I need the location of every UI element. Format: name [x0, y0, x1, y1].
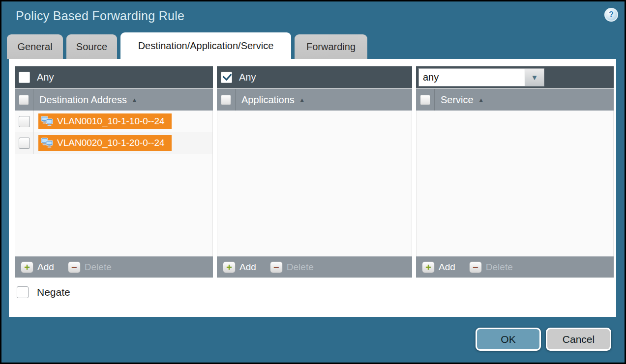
- applications-toolbar: + Add − Delete: [217, 256, 412, 278]
- address-group-icon: [41, 116, 54, 127]
- tab-bar: General Source Destination/Application/S…: [7, 32, 371, 59]
- help-icon[interactable]: ?: [604, 8, 618, 22]
- row-checkbox[interactable]: [19, 116, 30, 127]
- tab-destination-application-service[interactable]: Destination/Application/Service: [120, 32, 291, 59]
- service-list: [416, 111, 614, 256]
- service-toolbar: + Add − Delete: [416, 256, 614, 278]
- applications-any-checkbox[interactable]: [221, 72, 232, 83]
- service-select-all-checkbox[interactable]: [420, 95, 430, 105]
- page-title: Policy Based Forwarding Rule: [16, 9, 184, 23]
- service-dropdown-value[interactable]: any: [418, 68, 525, 86]
- dropdown-button[interactable]: ▼: [525, 68, 544, 86]
- add-button[interactable]: + Add: [422, 261, 455, 273]
- sort-asc-icon[interactable]: ▲: [478, 96, 484, 104]
- sort-asc-icon[interactable]: ▲: [299, 96, 305, 104]
- delete-button[interactable]: − Delete: [270, 261, 314, 273]
- applications-list: [217, 111, 412, 256]
- destination-column-header: Destination Address ▲: [15, 88, 213, 111]
- applications-panel: Any Applications ▲ + Add − Delete: [217, 66, 412, 278]
- applications-column-header: Applications ▲: [217, 88, 412, 111]
- address-chip[interactable]: VLAN0020_10-1-20-0--24: [38, 135, 172, 151]
- row-checkbox[interactable]: [19, 138, 30, 149]
- delete-icon: −: [270, 261, 283, 273]
- cancel-button[interactable]: Cancel: [546, 328, 611, 351]
- destination-any-header: Any: [15, 66, 213, 88]
- address-group-icon: [41, 138, 54, 148]
- destination-column-label[interactable]: Destination Address: [39, 94, 127, 106]
- applications-any-label: Any: [239, 72, 256, 83]
- help-glyph: ?: [609, 10, 614, 19]
- tab-source[interactable]: Source: [66, 34, 117, 59]
- add-label: Add: [239, 262, 256, 273]
- add-button[interactable]: + Add: [223, 261, 256, 273]
- destination-any-label: Any: [37, 72, 54, 83]
- delete-label: Delete: [486, 262, 513, 273]
- sort-asc-icon[interactable]: ▲: [131, 96, 138, 104]
- destination-list: VLAN0010_10-1-10-0--24: [15, 111, 213, 256]
- delete-button[interactable]: − Delete: [68, 261, 112, 273]
- table-row[interactable]: VLAN0020_10-1-20-0--24: [15, 132, 212, 154]
- negate-row: Negate: [17, 286, 70, 298]
- service-panel: any ▼ Service ▲ + Add: [416, 66, 614, 278]
- service-column-label[interactable]: Service: [441, 94, 474, 106]
- service-column-header: Service ▲: [416, 88, 614, 111]
- applications-select-all-checkbox[interactable]: [221, 95, 231, 105]
- dialog-frame: Policy Based Forwarding Rule ? General S…: [0, 0, 626, 364]
- address-name: VLAN0010_10-1-10-0--24: [57, 116, 165, 127]
- table-row[interactable]: VLAN0010_10-1-10-0--24: [15, 111, 212, 132]
- destination-select-all-checkbox[interactable]: [19, 95, 29, 105]
- destination-address-panel: Any Destination Address ▲: [15, 66, 213, 278]
- delete-label: Delete: [287, 262, 314, 273]
- address-name: VLAN0020_10-1-20-0--24: [57, 138, 165, 148]
- add-icon: +: [223, 261, 236, 273]
- destination-any-checkbox[interactable]: [19, 72, 30, 83]
- delete-icon: −: [469, 261, 482, 273]
- add-icon: +: [422, 261, 435, 273]
- delete-icon: −: [68, 261, 81, 273]
- delete-label: Delete: [85, 262, 112, 273]
- tab-general[interactable]: General: [7, 34, 63, 59]
- ok-button[interactable]: OK: [476, 328, 541, 351]
- tab-content: Any Destination Address ▲: [9, 59, 616, 317]
- add-button[interactable]: + Add: [21, 261, 54, 273]
- negate-checkbox[interactable]: [17, 286, 29, 298]
- add-icon: +: [21, 261, 33, 273]
- add-label: Add: [439, 262, 455, 273]
- address-chip[interactable]: VLAN0010_10-1-10-0--24: [38, 113, 172, 129]
- chevron-down-icon: ▼: [531, 73, 538, 82]
- add-label: Add: [37, 262, 54, 273]
- destination-toolbar: + Add − Delete: [15, 256, 213, 278]
- applications-any-header: Any: [217, 66, 412, 88]
- tab-forwarding[interactable]: Forwarding: [295, 34, 367, 59]
- service-dropdown[interactable]: any ▼: [418, 68, 544, 86]
- delete-button[interactable]: − Delete: [469, 261, 513, 273]
- service-dropdown-header: any ▼: [416, 66, 614, 88]
- negate-label: Negate: [37, 286, 70, 298]
- applications-column-label[interactable]: Applications: [241, 94, 295, 106]
